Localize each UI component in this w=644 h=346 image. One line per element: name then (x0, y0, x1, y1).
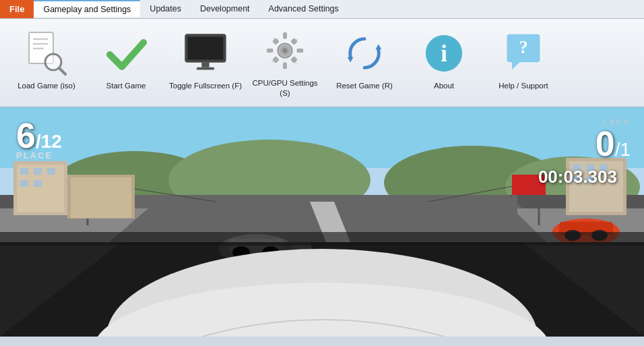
gear-icon (261, 27, 309, 74)
help-support-label: Help / Support (498, 81, 548, 91)
svg-rect-41 (20, 168, 28, 175)
svg-rect-49 (586, 165, 594, 171)
load-icon (23, 30, 70, 77)
svg-rect-7 (188, 36, 224, 59)
help-icon: ? (500, 30, 547, 77)
svg-marker-23 (375, 44, 381, 49)
cpu-gpu-settings-button[interactable]: CPU/GPU Settings (S) (245, 23, 325, 103)
info-icon: i (420, 30, 468, 77)
tab-advanced-settings[interactable]: Advanced Settings (259, 0, 348, 18)
svg-rect-43 (47, 168, 55, 175)
svg-rect-18 (272, 56, 280, 63)
svg-rect-19 (290, 56, 298, 63)
svg-rect-50 (600, 165, 608, 171)
svg-text:?: ? (519, 38, 527, 57)
toolbar: Load Game (iso) Start Game Toggle Fullsc… (0, 19, 644, 107)
game-viewport: 6 / 12 PLACE LAPS 0 / 1 00:03.303 (0, 107, 644, 337)
svg-rect-61 (512, 175, 546, 195)
svg-rect-45 (34, 180, 42, 187)
svg-rect-62 (512, 195, 517, 215)
monitor-icon (182, 30, 229, 77)
check-icon (102, 30, 150, 77)
help-support-button[interactable]: ? Help / Support (484, 26, 563, 100)
load-game-label: Load Game (iso) (18, 81, 75, 91)
svg-rect-42 (34, 168, 42, 175)
svg-point-21 (282, 48, 288, 53)
svg-line-5 (59, 68, 65, 74)
start-game-label: Start Game (106, 81, 146, 91)
svg-rect-8 (201, 62, 209, 67)
race-scene (0, 107, 644, 337)
cpu-gpu-settings-label: CPU/GPU Settings (S) (248, 78, 322, 98)
about-button[interactable]: i About (404, 26, 484, 100)
svg-rect-60 (71, 177, 131, 218)
svg-rect-51 (573, 176, 581, 183)
toggle-fullscreen-label: Toggle Fullscreen (F) (169, 81, 242, 91)
svg-rect-52 (586, 176, 594, 183)
reset-game-button[interactable]: Reset Game (R) (325, 26, 404, 100)
file-menu[interactable]: File (0, 0, 34, 18)
reset-icon (341, 30, 388, 77)
svg-rect-44 (20, 180, 28, 187)
svg-rect-48 (573, 165, 581, 171)
svg-rect-17 (290, 38, 298, 45)
load-game-button[interactable]: Load Game (iso) (7, 26, 86, 100)
svg-rect-12 (283, 32, 287, 39)
menu-bar: File Gameplay and Settings Updates Devel… (0, 0, 644, 19)
tab-gameplay[interactable]: Gameplay and Settings (34, 0, 140, 18)
svg-text:i: i (441, 40, 447, 67)
toggle-fullscreen-button[interactable]: Toggle Fullscreen (F) (166, 26, 245, 100)
start-game-button[interactable]: Start Game (86, 26, 166, 100)
svg-rect-76 (0, 232, 644, 246)
svg-rect-13 (283, 62, 287, 69)
tab-updates[interactable]: Updates (140, 0, 191, 18)
reset-game-label: Reset Game (R) (336, 81, 393, 91)
svg-rect-14 (267, 49, 273, 53)
about-label: About (434, 81, 454, 91)
svg-rect-9 (197, 67, 214, 70)
svg-marker-22 (348, 57, 354, 63)
svg-rect-16 (272, 38, 280, 45)
tab-development[interactable]: Development (191, 0, 259, 18)
svg-rect-15 (296, 49, 303, 53)
